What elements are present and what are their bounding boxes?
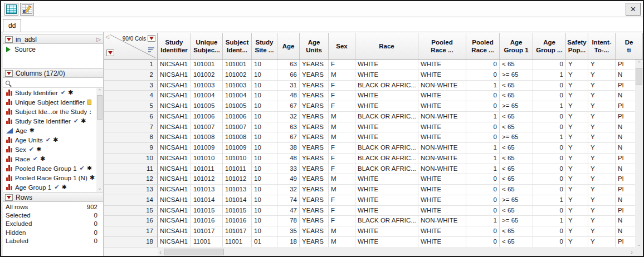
- table-cell[interactable]: 1: [466, 143, 500, 154]
- row-number-cell[interactable]: 18: [104, 237, 158, 248]
- table-cell[interactable]: 10: [252, 60, 277, 70]
- row-number-cell[interactable]: 8: [104, 132, 158, 143]
- table-cell[interactable]: YEARS: [300, 143, 329, 154]
- table-cell[interactable]: WHITE: [355, 206, 418, 216]
- table-cell[interactable]: M: [329, 226, 355, 237]
- close-button[interactable]: ✕: [626, 3, 641, 16]
- table-cell[interactable]: Y: [588, 174, 616, 185]
- column-list-item[interactable]: Unique Subject Identifier: [3, 97, 103, 107]
- table-cell[interactable]: Y: [566, 122, 588, 133]
- table-cell[interactable]: 63: [277, 60, 300, 70]
- table-cell[interactable]: < 65: [500, 143, 533, 154]
- table-cell[interactable]: Y: [566, 101, 588, 112]
- column-header[interactable]: Intent- To-...: [588, 33, 616, 60]
- row-number-cell[interactable]: 5: [104, 101, 158, 112]
- column-header[interactable]: Pooled Race ...: [418, 33, 466, 60]
- table-cell[interactable]: Y: [588, 101, 616, 112]
- table-cell[interactable]: 101008: [191, 132, 223, 143]
- table-cell[interactable]: Y: [588, 206, 616, 216]
- rows-stat-row[interactable]: All rows902: [3, 202, 103, 211]
- rows-stat-row[interactable]: Selected0: [3, 211, 103, 219]
- table-cell[interactable]: M: [329, 122, 355, 133]
- table-cell[interactable]: 101016: [223, 216, 252, 226]
- column-list-item[interactable]: Age✱: [3, 126, 103, 135]
- table-cell[interactable]: 0: [466, 91, 500, 101]
- columns-menu-red-triangle-icon[interactable]: [5, 70, 13, 77]
- table-cell[interactable]: >= 65: [500, 70, 533, 81]
- table-cell[interactable]: BLACK OR AFRIC...: [355, 112, 418, 122]
- table-cell[interactable]: WHITE: [355, 122, 418, 133]
- table-cell[interactable]: YEARS: [300, 195, 329, 206]
- table-cell[interactable]: 101016: [191, 216, 223, 226]
- table-cell[interactable]: 0: [533, 226, 566, 237]
- table-cell[interactable]: 1: [533, 70, 566, 81]
- table-cell[interactable]: < 65: [500, 112, 533, 122]
- table-cell[interactable]: 1: [533, 101, 566, 112]
- table-cell[interactable]: WHITE: [418, 206, 466, 216]
- edit-table-toolbar-button[interactable]: [20, 3, 34, 16]
- table-cell[interactable]: < 65: [500, 91, 533, 101]
- column-list-item[interactable]: Age Group 1✔✱: [3, 182, 103, 192]
- table-cell[interactable]: Y: [566, 132, 588, 143]
- table-cell[interactable]: F: [329, 195, 355, 206]
- rows-red-triangle-icon[interactable]: [106, 50, 114, 56]
- scroll-left-icon[interactable]: ‹: [159, 248, 162, 256]
- table-cell[interactable]: 101013: [191, 185, 223, 195]
- table-cell[interactable]: 101017: [191, 226, 223, 237]
- table-cell[interactable]: WHITE: [355, 185, 418, 195]
- table-cell[interactable]: < 65: [500, 174, 533, 185]
- table-cell[interactable]: 10: [252, 81, 277, 91]
- table-cell[interactable]: 101004: [223, 91, 252, 101]
- table-cell[interactable]: WHITE: [418, 101, 466, 112]
- table-cell[interactable]: 74: [277, 195, 300, 206]
- table-cell[interactable]: F: [329, 154, 355, 164]
- table-cell[interactable]: WHITE: [418, 122, 466, 133]
- table-cell[interactable]: NICSAH1: [158, 237, 191, 248]
- table-cell[interactable]: 101011: [191, 164, 223, 175]
- table-cell[interactable]: YEARS: [300, 81, 329, 91]
- table-cell[interactable]: NON-WHITE: [418, 112, 466, 122]
- table-cell[interactable]: 32: [277, 185, 300, 195]
- row-number-cell[interactable]: 2: [104, 70, 158, 81]
- table-cell[interactable]: M: [329, 185, 355, 195]
- table-cell[interactable]: 101015: [191, 206, 223, 216]
- table-cell[interactable]: 78: [277, 216, 300, 226]
- table-cell[interactable]: 101010: [191, 154, 223, 164]
- table-cell[interactable]: 101005: [223, 101, 252, 112]
- table-cell[interactable]: 0: [466, 132, 500, 143]
- table-cell[interactable]: NICSAH1: [158, 112, 191, 122]
- column-header[interactable]: Study Site ...: [252, 33, 277, 60]
- table-cell[interactable]: >= 65: [500, 195, 533, 206]
- table-cell[interactable]: Y: [566, 91, 588, 101]
- table-cell[interactable]: WHITE: [355, 195, 418, 206]
- table-cell[interactable]: 1: [466, 164, 500, 175]
- panel-expand-icon[interactable]: ▷: [96, 36, 101, 42]
- table-cell[interactable]: NICSAH1: [158, 132, 191, 143]
- table-cell[interactable]: 67: [277, 101, 300, 112]
- table-cell[interactable]: NON-WHITE: [418, 164, 466, 175]
- table-cell[interactable]: 0: [466, 174, 500, 185]
- table-cell[interactable]: YEARS: [300, 60, 329, 70]
- scroll-up-icon[interactable]: ⌃: [635, 61, 643, 66]
- table-cell[interactable]: 101017: [223, 226, 252, 237]
- table-cell[interactable]: Y: [588, 237, 616, 248]
- table-cell[interactable]: 0: [466, 206, 500, 216]
- table-cell[interactable]: YEARS: [300, 206, 329, 216]
- table-cell[interactable]: M: [329, 174, 355, 185]
- h-scroll-thumb[interactable]: [164, 249, 224, 255]
- column-list-item[interactable]: Age Units✔✱: [3, 135, 103, 145]
- table-cell[interactable]: Y: [588, 122, 616, 133]
- column-list-item[interactable]: Subject Ide...or the Study:: [3, 107, 103, 116]
- row-number-cell[interactable]: 1: [104, 60, 158, 70]
- table-cell[interactable]: F: [329, 216, 355, 226]
- table-cell[interactable]: 11001: [223, 237, 252, 248]
- table-cell[interactable]: BLACK OR AFRIC...: [355, 143, 418, 154]
- table-cell[interactable]: 0: [466, 185, 500, 195]
- table-cell[interactable]: WHITE: [418, 70, 466, 81]
- column-list-item[interactable]: Sex✔✱: [3, 145, 103, 154]
- table-cell[interactable]: 0: [533, 237, 566, 248]
- table-cell[interactable]: WHITE: [418, 91, 466, 101]
- table-cell[interactable]: NICSAH1: [158, 60, 191, 70]
- table-cell[interactable]: NON-WHITE: [418, 81, 466, 91]
- table-cell[interactable]: 101009: [223, 143, 252, 154]
